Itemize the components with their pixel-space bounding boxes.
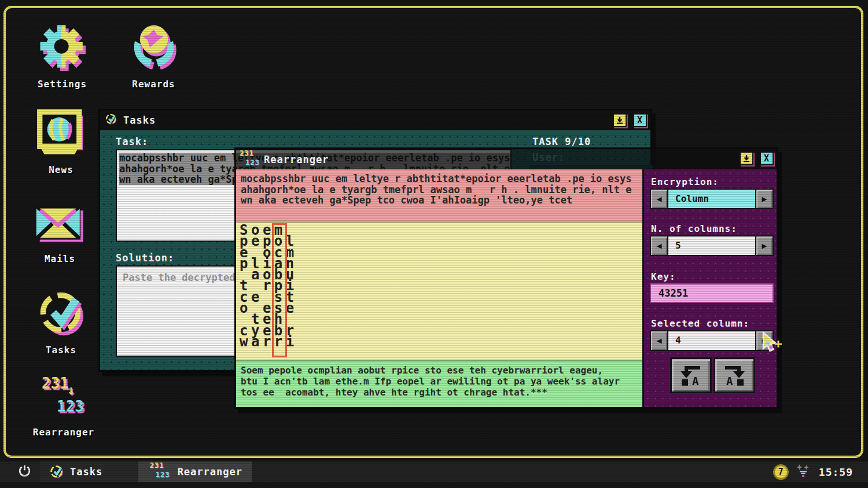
taskbar-item-tasks[interactable]: Tasks: [40, 461, 137, 482]
num-columns-label: N. of columns:: [651, 223, 737, 234]
desktop-icon-mails[interactable]: Mails: [32, 204, 87, 264]
desktop-icon-settings[interactable]: Settings: [35, 22, 90, 90]
desktop-icon-label: Rewards: [126, 79, 181, 90]
columns-value[interactable]: 5: [668, 235, 755, 256]
tasks-close-button[interactable]: X: [633, 113, 647, 127]
svg-text:A: A: [726, 375, 733, 387]
power-icon[interactable]: [17, 464, 32, 480]
shift-column-right-button[interactable]: A: [713, 357, 755, 393]
settings-gear-icon: [37, 65, 88, 75]
encryption-value[interactable]: Column: [668, 188, 755, 209]
tasks-window-title: Tasks: [123, 114, 156, 126]
decoded-line: tos ee acomabt, htey ahve hte rgiht ot c…: [241, 387, 547, 398]
desktop-icon-news[interactable]: News: [34, 109, 89, 175]
solution-placeholder: Paste the decrypted: [123, 272, 235, 283]
coin-counter-badge[interactable]: 7: [773, 464, 789, 480]
rearranger-close-button[interactable]: X: [760, 151, 774, 165]
network-signal-icon[interactable]: [796, 463, 811, 480]
encryption-next-button[interactable]: ▶: [755, 188, 774, 209]
column-grid: Soem pepol e ocm plian aobu t rpi ce st …: [240, 225, 297, 347]
num-columns-spinner: ◀ 5 ▶: [650, 235, 774, 256]
desktop-icon-rearranger[interactable]: 231 ↓ 123 Rearranger: [29, 375, 98, 438]
rearranger-window-icon: 231 123: [240, 150, 259, 169]
rearranger-taskbar-icon: 231 123: [150, 463, 170, 481]
key-input[interactable]: 43251: [650, 283, 774, 303]
tasks-taskbar-icon: [49, 464, 64, 479]
rewards-hands-coin-icon: [128, 65, 179, 75]
tasks-window-icon: [105, 113, 117, 128]
grid-row: warri: [240, 337, 297, 347]
encryption-label: Encryption:: [651, 176, 719, 187]
desktop-icon-label: News: [34, 164, 89, 175]
solution-label: Solution:: [116, 252, 174, 264]
cursor-sparkle: [775, 339, 782, 350]
key-label: Key:: [651, 271, 676, 282]
task-counter: TASK 9/10: [532, 136, 591, 147]
selected-column-highlight[interactable]: [272, 223, 287, 357]
desktop-icon-rewards[interactable]: Rewards: [126, 22, 181, 90]
rearranger-numbers-icon: 231 ↓ 123: [37, 375, 90, 423]
mails-envelope-icon: [34, 239, 86, 249]
cipher-line: wn aka ecteveh ga*Spep tco cwoa I'ahIoai…: [241, 194, 572, 206]
decoded-text-section[interactable]: Soem pepole ocmplian aobut rpice sto ese…: [236, 360, 642, 407]
cipher-line: mocabpsshbr uuc em leltye r abthtitat*ep…: [241, 173, 632, 184]
encryption-spinner: ◀ Column ▶: [650, 188, 774, 209]
columns-increase-button[interactable]: ▶: [755, 235, 774, 256]
columns-decrease-button[interactable]: ◀: [650, 235, 668, 256]
selected-column-decrease-button[interactable]: ◀: [650, 330, 668, 351]
selected-column-spinner: ◀ 4 ▶: [650, 330, 774, 351]
rearranger-minimize-button[interactable]: [740, 151, 753, 165]
task-label: Task:: [116, 136, 148, 147]
tasks-window-titlebar[interactable]: Tasks X: [100, 110, 650, 130]
desktop-icon-tasks[interactable]: Tasks: [34, 288, 89, 356]
rearranger-settings-panel: Encryption: ◀ Column ▶ N. of columns: ◀ …: [642, 169, 777, 407]
rearranger-window-title: Rearranger: [264, 154, 329, 165]
svg-text:A: A: [692, 375, 699, 387]
taskbar: Tasks 231 123 Rearranger 7 15:59: [0, 461, 868, 482]
rearranger-window: mocabpsshbr uuc em leltye r abthtitat*ep…: [234, 147, 778, 409]
shift-right-icon: A: [720, 363, 748, 387]
desktop-icon-label: Mails: [32, 253, 87, 264]
cipher-line: ahahgorh*oe la e tyargb tmefprl awsao m …: [241, 184, 632, 195]
selected-column-label: Selected column:: [651, 318, 749, 329]
desktop-icon-label: Rearranger: [29, 427, 98, 438]
decoded-line: Soem pepole ocmplian aobut rpice sto ese…: [241, 365, 603, 376]
shift-left-icon: A: [677, 363, 705, 387]
clock-time: 15:59: [819, 466, 853, 478]
selected-column-value[interactable]: 4: [668, 330, 755, 351]
tasks-minimize-button[interactable]: [613, 113, 627, 127]
tasks-clock-check-icon: [36, 331, 87, 341]
desktop-icon-label: Tasks: [34, 345, 89, 356]
encryption-prev-button[interactable]: ◀: [650, 188, 668, 209]
game-screen: Settings Rewards: [0, 0, 868, 488]
cipher-text-section[interactable]: mocabpsshbr uuc em leltye r abthtitat*ep…: [236, 169, 642, 221]
news-globe-icon: [36, 150, 86, 160]
taskbar-item-rearranger[interactable]: 231 123 Rearranger: [138, 461, 252, 482]
shift-column-left-button[interactable]: A: [670, 357, 712, 393]
taskbar-item-label: Tasks: [70, 466, 102, 478]
taskbar-item-label: Rearranger: [178, 466, 242, 478]
decoded-line: btu I acn'tb lam ethe.m Ifp eopel ar ewi…: [241, 376, 620, 387]
desktop-icon-label: Settings: [35, 79, 90, 90]
column-grid-section[interactable]: Soem pepol e ocm plian aobu t rpi ce st …: [236, 221, 642, 360]
rearranger-window-titlebar[interactable]: 231 123 Rearranger X: [236, 149, 777, 169]
